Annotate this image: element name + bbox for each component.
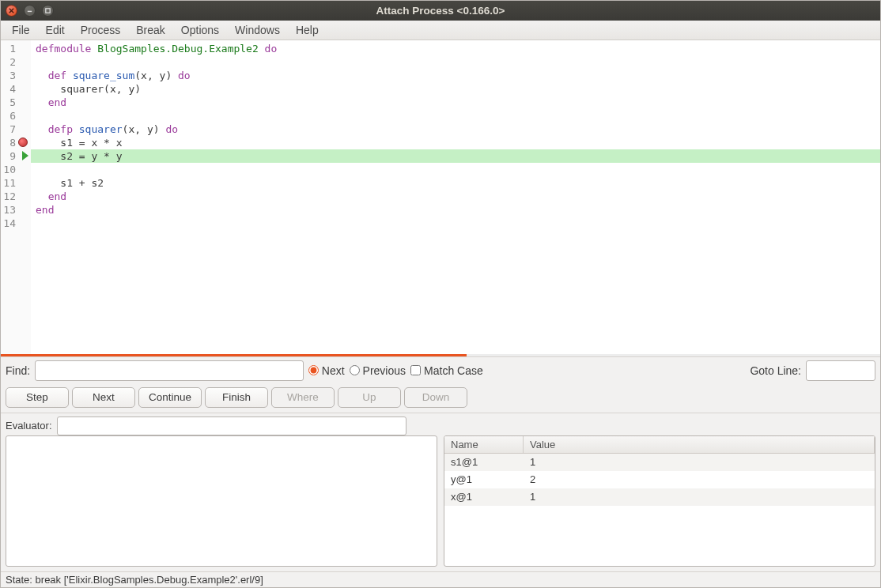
variables-header: Name Value bbox=[444, 436, 875, 454]
match-case-label: Match Case bbox=[424, 364, 483, 377]
find-next-label: Next bbox=[322, 364, 345, 377]
up-button: Up bbox=[338, 387, 401, 408]
breakpoint-icon[interactable] bbox=[18, 138, 28, 147]
evaluator-label: Evaluator: bbox=[6, 420, 52, 432]
gutter-line[interactable]: 3 bbox=[1, 69, 28, 82]
evaluator-output[interactable] bbox=[6, 435, 437, 567]
minimize-icon[interactable] bbox=[24, 5, 36, 17]
menubar: File Edit Process Break Options Windows … bbox=[1, 21, 880, 40]
step-button[interactable]: Step bbox=[6, 387, 69, 408]
find-bar: Find: Next Previous Match Case Goto Line… bbox=[1, 356, 880, 384]
menu-break[interactable]: Break bbox=[128, 21, 173, 40]
menu-file[interactable]: File bbox=[4, 21, 38, 40]
gutter-line[interactable]: 5 bbox=[1, 96, 28, 109]
code-line[interactable]: s1 = x * x bbox=[31, 136, 880, 149]
variables-header-name[interactable]: Name bbox=[444, 436, 524, 453]
find-previous-option[interactable]: Previous bbox=[350, 364, 406, 377]
menu-process[interactable]: Process bbox=[73, 21, 129, 40]
code-line[interactable]: s1 + s2 bbox=[31, 176, 880, 190]
match-case-checkbox[interactable] bbox=[410, 365, 421, 375]
goto-line-input[interactable] bbox=[806, 360, 875, 381]
menu-options[interactable]: Options bbox=[173, 21, 227, 40]
variables-body[interactable]: s1@11y@12x@11 bbox=[444, 454, 875, 566]
menu-edit[interactable]: Edit bbox=[38, 21, 73, 40]
code-editor[interactable]: 1234567891011121314 defmodule BlogSample… bbox=[1, 40, 880, 354]
code-line[interactable]: squarer(x, y) bbox=[31, 82, 880, 96]
code-line[interactable]: end bbox=[31, 203, 880, 217]
gutter-line[interactable]: 6 bbox=[1, 109, 28, 122]
match-case-option[interactable]: Match Case bbox=[410, 364, 483, 377]
gutter-line[interactable]: 13 bbox=[1, 203, 28, 217]
gutter-line[interactable]: 14 bbox=[1, 217, 28, 230]
code-line[interactable]: defmodule BlogSamples.Debug.Example2 do bbox=[31, 42, 880, 55]
maximize-icon[interactable] bbox=[42, 5, 54, 17]
gutter-line[interactable]: 4 bbox=[1, 82, 28, 96]
menu-windows[interactable]: Windows bbox=[227, 21, 288, 40]
gutter-line[interactable]: 12 bbox=[1, 190, 28, 203]
gutter-line[interactable]: 2 bbox=[1, 55, 28, 69]
gutter-line[interactable]: 10 bbox=[1, 163, 28, 176]
code-line[interactable] bbox=[31, 109, 880, 122]
code-line[interactable]: end bbox=[31, 96, 880, 109]
statusbar: State: break ['Elixir.BlogSamples.Debug.… bbox=[1, 571, 880, 587]
goto-line-label: Goto Line: bbox=[750, 364, 801, 377]
variable-name: s1@1 bbox=[444, 456, 524, 468]
variable-name: x@1 bbox=[444, 491, 524, 503]
window-title: Attach Process <0.166.0> bbox=[1, 5, 880, 17]
find-input[interactable] bbox=[35, 360, 304, 381]
continue-button[interactable]: Continue bbox=[138, 387, 202, 408]
variable-name: y@1 bbox=[444, 473, 524, 485]
status-text: State: break ['Elixir.BlogSamples.Debug.… bbox=[6, 574, 263, 586]
code-line[interactable] bbox=[31, 55, 880, 69]
variable-value: 1 bbox=[524, 456, 542, 468]
find-label: Find: bbox=[6, 364, 30, 377]
find-previous-label: Previous bbox=[363, 364, 406, 377]
find-next-option[interactable]: Next bbox=[308, 364, 345, 377]
gutter-line[interactable]: 8 bbox=[1, 136, 28, 149]
bottom-panels: Name Value s1@11y@12x@11 bbox=[1, 435, 880, 571]
code-line[interactable] bbox=[31, 163, 880, 176]
svg-rect-0 bbox=[46, 9, 50, 13]
gutter-line[interactable]: 1 bbox=[1, 42, 28, 55]
code-line[interactable]: def square_sum(x, y) do bbox=[31, 69, 880, 82]
gutter: 1234567891011121314 bbox=[1, 40, 31, 354]
window-controls bbox=[6, 5, 54, 17]
current-line-icon bbox=[22, 151, 28, 160]
next-button[interactable]: Next bbox=[72, 387, 135, 408]
close-icon[interactable] bbox=[6, 5, 17, 17]
code-line[interactable] bbox=[31, 217, 880, 230]
where-button: Where bbox=[271, 387, 335, 408]
variable-value: 2 bbox=[524, 473, 542, 485]
code-lines: defmodule BlogSamples.Debug.Example2 do … bbox=[31, 40, 880, 354]
code-line[interactable]: defp squarer(x, y) do bbox=[31, 122, 880, 136]
find-next-radio[interactable] bbox=[308, 365, 319, 375]
finish-button[interactable]: Finish bbox=[205, 387, 268, 408]
variables-header-value[interactable]: Value bbox=[524, 436, 875, 453]
debug-toolbar: Step Next Continue Finish Where Up Down bbox=[1, 384, 880, 413]
evaluator-input[interactable] bbox=[57, 416, 406, 435]
gutter-line[interactable]: 7 bbox=[1, 122, 28, 136]
code-line[interactable]: s2 = y * y bbox=[31, 149, 880, 163]
variable-value: 1 bbox=[524, 491, 542, 503]
find-previous-radio[interactable] bbox=[350, 365, 360, 375]
titlebar: Attach Process <0.166.0> bbox=[1, 1, 880, 21]
variable-row[interactable]: x@11 bbox=[444, 488, 875, 506]
down-button: Down bbox=[404, 387, 467, 408]
code-line[interactable]: end bbox=[31, 190, 880, 203]
window: Attach Process <0.166.0> File Edit Proce… bbox=[0, 0, 881, 588]
gutter-line[interactable]: 9 bbox=[1, 149, 28, 163]
gutter-line[interactable]: 11 bbox=[1, 176, 28, 190]
variable-row[interactable]: s1@11 bbox=[444, 454, 875, 471]
variables-panel: Name Value s1@11y@12x@11 bbox=[444, 435, 875, 567]
menu-help[interactable]: Help bbox=[288, 21, 327, 40]
variable-row[interactable]: y@12 bbox=[444, 471, 875, 488]
